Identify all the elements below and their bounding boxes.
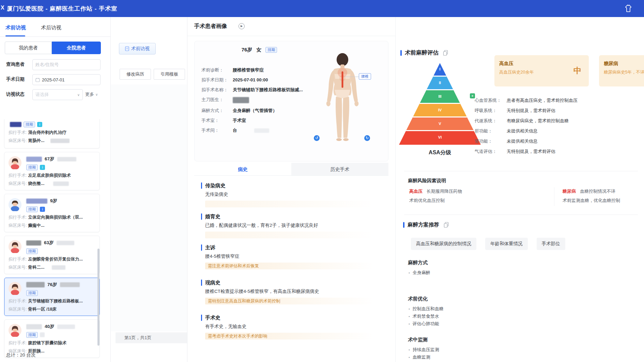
section-chief-complaint: 主诉 腰4-5椎管狭窄症 需注意术前评估和术后恢复 — [201, 245, 385, 269]
rotate-right-button[interactable]: ↻ — [364, 135, 370, 141]
copy-icon[interactable] — [444, 222, 449, 228]
tab-post-visit[interactable]: 术后访视 — [41, 25, 61, 31]
patient-card-selected[interactable]: 76岁 排期 拟行手术:关节镜辅助下腰椎后路椎板... 病区床号:骨科一区 /1… — [4, 278, 100, 316]
avatar — [9, 240, 21, 253]
use-template-button[interactable]: 引用模板 — [154, 69, 185, 80]
plan-item: 血糖监测 — [409, 353, 439, 361]
portrait-title: 手术患者画像 — [194, 23, 227, 30]
search-input[interactable]: 姓名/住院号 — [32, 59, 101, 70]
schedule-tag: 排期 — [26, 164, 38, 170]
divider — [404, 171, 638, 171]
annotation-line — [344, 77, 359, 77]
patient-card[interactable]: 67岁 排期 i 拟行手术:左足底皮肤病损切除术 病区床号:烧伤整... — [4, 152, 100, 190]
info-badge-icon: i — [37, 122, 42, 127]
schedule-tag: 排期 — [26, 290, 38, 296]
plan-item: 持续血压监测 — [409, 346, 439, 353]
app-title: 厦门弘爱医院 - 麻醉医生工作站 - 手术室 — [7, 5, 117, 13]
assessment-title: 术前麻醉评估 — [405, 49, 439, 57]
schedule-tag: 排期 — [26, 206, 38, 212]
pre-visit-button[interactable]: 术前访视 — [119, 43, 156, 54]
schedule-tag: 排期 — [24, 122, 35, 127]
avatar — [9, 198, 21, 211]
system-value: 有糖尿病病史，需术前控制血糖 — [507, 118, 569, 123]
ai-note — [205, 201, 382, 207]
ward-bed: 胃肠外... — [28, 138, 44, 143]
asa-level-6: VI — [399, 131, 481, 145]
surgery-date-value: 2025-07-01 — [42, 77, 65, 82]
redacted-name — [26, 282, 45, 287]
body-part-tag: 腰椎 — [359, 73, 371, 80]
redacted-id — [50, 139, 70, 143]
body-figure — [317, 51, 368, 144]
list-scrollbar[interactable] — [97, 249, 99, 346]
anesthesia-method: 全身麻醉（气管插管） — [233, 108, 277, 113]
copy-icon[interactable] — [443, 50, 448, 56]
rotate-left-button[interactable]: ↺ — [314, 135, 320, 141]
redacted-id — [57, 325, 75, 329]
chevron-down-icon: ∨ — [95, 93, 98, 96]
redacted-name — [26, 157, 42, 162]
patient-age: 76岁 — [47, 282, 57, 288]
section-infectious-history: 传染病史 无传染病史 — [201, 183, 385, 207]
planned-surgery: 左侧髌骨骨折切开复位张力... — [28, 257, 82, 262]
plan-item: 控制血压和血糖 — [409, 305, 444, 313]
tab-history[interactable]: 病史 — [194, 163, 291, 175]
figure-head — [337, 53, 348, 66]
redacted-badge — [40, 332, 45, 337]
history-tabs: 病史 历史手术 — [194, 163, 388, 176]
avatar — [9, 324, 21, 337]
ai-note: 需注意术前评估和术后恢复 — [205, 263, 382, 269]
patient-card[interactable]: 63岁 排期 拟行手术:左侧髌骨骨折切开复位张力... 病区床号:骨科二... — [4, 236, 100, 274]
all-patients-button[interactable]: 全院患者 — [52, 42, 101, 54]
planned-surgery: 腹腔镜下胆囊切除术 — [28, 341, 66, 345]
visit-record-column: 术前访视 修改病历 引用模板 第1页，共1页 — [111, 17, 187, 362]
patient-list-panel: 术前访视 术后访视 我的患者 全院患者 查询患者 姓名/住院号 手术日期 202… — [0, 17, 111, 362]
system-value: 未提供相关信息 — [507, 128, 538, 133]
operating-table: 台 — [233, 128, 237, 133]
accent-bar — [403, 222, 404, 228]
play-icon[interactable]: ▶ — [239, 23, 245, 29]
surgery-date-field[interactable]: 2025-07-01 — [32, 74, 101, 85]
section-surgical-history: 手术史 有手术史，无输血史 需考虑手术史对本次手术的影响 — [201, 315, 385, 340]
redacted-id — [57, 241, 74, 245]
total-count: 总计：20 台次 — [6, 352, 35, 358]
redacted-id — [53, 182, 69, 186]
patient-summary-card: 76岁 女 排期 术前诊断：腰椎椎管狭窄症 拟手术日期：2025-07-01 0… — [194, 41, 388, 161]
spine-marker — [341, 71, 343, 88]
factor-chip[interactable]: 手术部位 — [537, 238, 565, 250]
risk-grade: 中 — [573, 65, 581, 76]
history-sections: 传染病史 无传染病史 婚育史 已婚，配偶健康状况一般，育有2子，孩子健康状况良好… — [201, 183, 385, 346]
record-empty-area — [111, 84, 187, 331]
tab-pre-visit[interactable]: 术前访视 — [5, 25, 26, 31]
redacted-id — [60, 282, 80, 287]
ai-note: 需考虑手术史对本次手术的影响 — [205, 333, 382, 340]
plan-item: 评估心肺功能 — [409, 320, 444, 328]
plan-item: 术前禁食禁水 — [409, 313, 444, 320]
more-filters-link[interactable]: 更多∨ — [85, 91, 98, 97]
factor-chip[interactable]: 年龄和体重情况 — [485, 238, 528, 250]
schedule-tag: 排期 — [265, 47, 277, 53]
risk-note-title: 麻醉风险因素说明 — [408, 178, 446, 184]
theme-shirt-icon[interactable] — [624, 4, 633, 13]
tab-past-surgery[interactable]: 历史手术 — [291, 163, 388, 175]
my-patients-button[interactable]: 我的患者 — [5, 42, 52, 54]
visit-status-select[interactable]: 请选择 ∨ — [32, 89, 83, 100]
accent-bar — [400, 50, 402, 56]
patient-portrait-panel: 手术患者画像 ▶ 76岁 女 排期 术前诊断：腰椎椎管狭窄症 拟手术日期：202… — [187, 17, 395, 362]
asa-level-5: V — [399, 117, 481, 131]
ai-note: 需特别注意高血压和糖尿病的术前控制 — [205, 298, 382, 304]
edit-record-button[interactable]: 修改病历 — [120, 69, 151, 80]
risk-note-diabetes: 糖尿病血糖控制情况不详 术前监测血糖，优化血糖控制 — [563, 188, 620, 204]
patient-card[interactable]: 排期 i 拟行手术:混合痔外剥内扎治疗 病区床号:胃肠外... — [4, 119, 100, 148]
document-icon — [125, 46, 129, 51]
chevron-down-icon: ∨ — [77, 93, 80, 97]
asa-pyramid: I II III IV V VI — [399, 63, 481, 145]
plan-header: 麻醉方案推荐 — [403, 221, 449, 229]
diabetes-card: 糖尿病 糖尿病病史5年，不详 — [599, 55, 644, 86]
pagination[interactable]: 第1页，共1页 — [116, 332, 187, 343]
patient-card[interactable]: 9岁 排期 i 拟行手术:立体定向脑病损切除术（双... 病区床号:癫痫中... — [4, 194, 100, 232]
hypertension-card: 高血压 高血压病史20余年 中 — [494, 55, 589, 86]
redacted-surgeon — [233, 97, 249, 103]
factor-chip[interactable]: 高血压和糖尿病的控制情况 — [411, 238, 476, 250]
info-badge-icon: i — [40, 207, 45, 212]
